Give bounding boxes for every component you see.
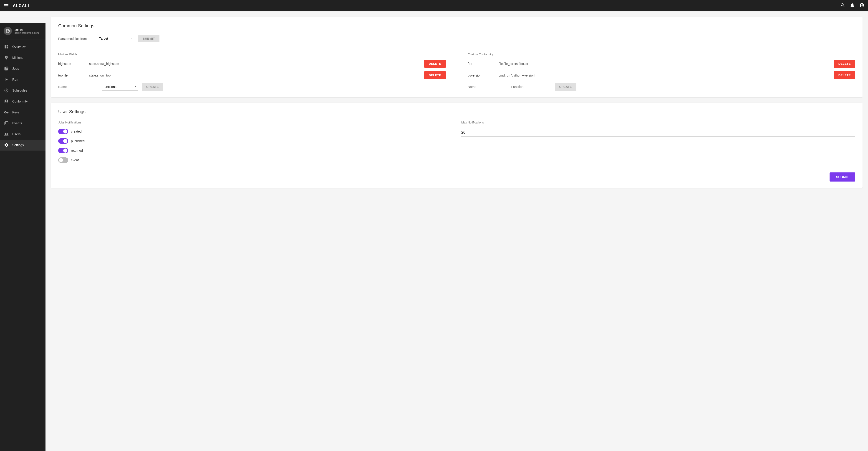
account-icon[interactable]: [859, 3, 864, 9]
app-title: ALCALI: [13, 3, 840, 8]
toggle-row-event: event: [58, 158, 452, 163]
conformity-fields-col: Custom Conformity foo file.file_exists /…: [468, 53, 856, 91]
sidebar-user-info: admin admin@example.com: [14, 28, 39, 34]
conformity-field-name-0: foo: [468, 62, 495, 65]
sidebar-item-keys[interactable]: Keys: [0, 107, 45, 118]
conformity-fields-title: Custom Conformity: [468, 53, 856, 56]
search-icon[interactable]: [840, 3, 845, 9]
parse-modules-submit-button[interactable]: SUBMIT: [138, 35, 159, 42]
sidebar-item-settings[interactable]: Settings: [0, 140, 45, 150]
common-settings-card: Common Settings Parse modules from: Targ…: [51, 17, 863, 97]
parse-modules-row: Parse modules from: Target SUBMIT: [58, 35, 855, 43]
sidebar-label-keys: Keys: [12, 110, 19, 114]
toggle-label-published: published: [71, 139, 85, 143]
sidebar-label-users: Users: [12, 132, 21, 136]
minions-delete-button-0[interactable]: DELETE: [424, 60, 445, 68]
sidebar-label-jobs: Jobs: [12, 67, 19, 71]
sidebar-item-events[interactable]: Events: [0, 118, 45, 129]
toggle-label-event: event: [71, 158, 79, 162]
minions-field-value-0: state.show_highstate: [89, 62, 421, 65]
max-notifications-col: Max Notifications: [461, 121, 855, 167]
sidebar-item-run[interactable]: Run: [0, 74, 45, 85]
jobs-notifications-col: Jobs Notifications created pu: [58, 121, 452, 167]
sidebar-useremail: admin@example.com: [14, 31, 39, 34]
conformity-new-name-input[interactable]: [468, 84, 508, 90]
sidebar-username: admin: [14, 28, 39, 31]
sidebar-label-schedules: Schedules: [12, 89, 27, 92]
settings-icon: [4, 142, 9, 148]
main-content: Common Settings Parse modules from: Targ…: [45, 11, 868, 451]
conformity-new-function-input[interactable]: [512, 84, 551, 90]
user-settings-submit-button[interactable]: SUBMIT: [830, 172, 855, 181]
notifications-icon[interactable]: [850, 3, 855, 9]
sidebar-label-minions: Minions: [12, 56, 23, 59]
sidebar-item-minions[interactable]: Minions: [0, 52, 45, 63]
max-notifications-input[interactable]: [461, 129, 855, 137]
toggle-created[interactable]: [58, 129, 68, 134]
topbar: ALCALI: [0, 0, 868, 11]
users-icon: [4, 132, 9, 137]
conformity-delete-button-0[interactable]: DELETE: [834, 60, 855, 68]
conformity-add-row: CREATE: [468, 83, 856, 91]
sidebar-user: admin admin@example.com: [0, 23, 45, 39]
minions-add-row: Functions CREATE: [58, 83, 446, 91]
sidebar-label-conformity: Conformity: [12, 100, 28, 103]
minions-field-name-1: top file: [58, 74, 86, 77]
toggle-event[interactable]: [58, 158, 68, 163]
user-settings-submit-row: SUBMIT: [58, 172, 855, 181]
minions-delete-button-1[interactable]: DELETE: [424, 71, 445, 79]
sidebar-item-users[interactable]: Users: [0, 129, 45, 140]
sidebar-label-run: Run: [12, 78, 18, 81]
sidebar-label-settings: Settings: [12, 143, 24, 147]
toggle-label-returned: returned: [71, 149, 83, 152]
sidebar-item-conformity[interactable]: Conformity: [0, 96, 45, 107]
toggle-published[interactable]: [58, 138, 68, 144]
parse-modules-select[interactable]: Target: [98, 35, 135, 43]
common-settings-title: Common Settings: [58, 23, 855, 28]
conformity-field-value-1: cmd.run 'python --version': [499, 74, 830, 77]
avatar: [4, 27, 12, 35]
user-settings-title: User Settings: [58, 109, 855, 114]
conformity-field-row-0: foo file.file_exists /foo.txt DELETE: [468, 60, 856, 68]
max-notifications-title: Max Notifications: [461, 121, 855, 124]
minions-functions-select[interactable]: Functions: [102, 83, 138, 91]
minions-create-button[interactable]: CREATE: [142, 83, 163, 91]
toggle-row-returned: returned: [58, 148, 452, 153]
topbar-actions: [840, 3, 864, 9]
sidebar: admin admin@example.com Overview Minions: [0, 23, 45, 451]
conformity-create-button[interactable]: CREATE: [555, 83, 577, 91]
sidebar-item-schedules[interactable]: Schedules: [0, 85, 45, 96]
conformity-field-name-1: pyversion: [468, 74, 495, 77]
minions-icon: [4, 55, 9, 60]
sidebar-item-jobs[interactable]: Jobs: [0, 63, 45, 74]
minions-field-name-0: highstate: [58, 62, 86, 65]
settings-cols: Jobs Notifications created pu: [58, 121, 855, 167]
minions-field-row-1: top file state.show_top DELETE: [58, 71, 446, 79]
sidebar-label-events: Events: [12, 121, 22, 125]
conformity-field-value-0: file.file_exists /foo.txt: [499, 62, 830, 65]
minions-functions-select-wrap: Functions: [102, 83, 138, 91]
events-icon: [4, 120, 9, 126]
toggle-returned[interactable]: [58, 148, 68, 153]
keys-icon: [4, 110, 9, 115]
conformity-delete-button-1[interactable]: DELETE: [834, 71, 855, 79]
conformity-field-row-1: pyversion cmd.run 'python --version' DEL…: [468, 71, 856, 79]
schedules-icon: [4, 88, 9, 93]
menu-icon[interactable]: [4, 3, 9, 8]
fields-section: Minions Fields highstate state.show_high…: [58, 53, 855, 91]
sidebar-nav: Overview Minions Jobs Run: [0, 39, 45, 451]
minions-fields-col: Minions Fields highstate state.show_high…: [58, 53, 446, 91]
sidebar-item-overview[interactable]: Overview: [0, 41, 45, 52]
minions-new-name-input[interactable]: [58, 84, 98, 90]
parse-modules-select-wrap: Target: [98, 35, 135, 43]
toggle-row-published: published: [58, 138, 452, 144]
conformity-icon: [4, 98, 9, 104]
minions-field-value-1: state.show_top: [89, 74, 421, 77]
jobs-notifications-title: Jobs Notifications: [58, 121, 452, 124]
minions-field-row-0: highstate state.show_highstate DELETE: [58, 60, 446, 68]
user-settings-card: User Settings Jobs Notifications created: [51, 103, 863, 188]
overview-icon: [4, 44, 9, 50]
jobs-icon: [4, 66, 9, 71]
parse-modules-label: Parse modules from:: [58, 37, 95, 40]
main-layout: admin admin@example.com Overview Minions: [0, 0, 868, 451]
